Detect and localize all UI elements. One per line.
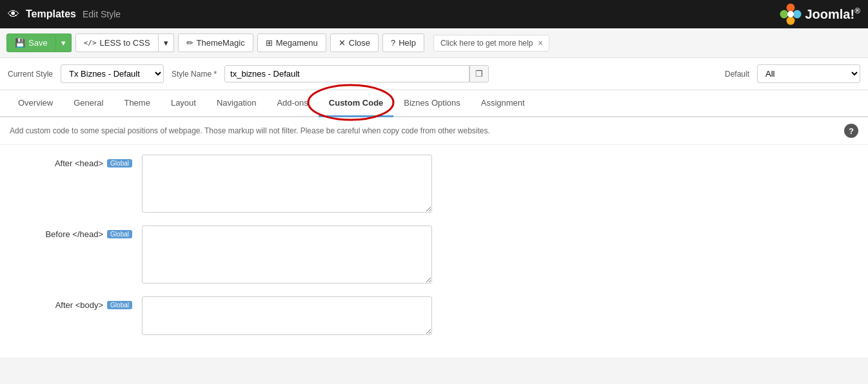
- default-label: Default: [725, 70, 749, 79]
- tab-custom-code[interactable]: Custom Code: [319, 90, 394, 117]
- save-dropdown-button[interactable]: ▾: [56, 34, 72, 52]
- style-name-label: Style Name *: [172, 70, 217, 79]
- tab-overview[interactable]: Overview: [8, 90, 63, 117]
- after-body-global-badge: Global: [107, 301, 132, 309]
- current-style-label: Current Style: [8, 70, 53, 79]
- nav-tabs: Overview General Theme Layout Navigation…: [0, 90, 868, 117]
- copy-style-button[interactable]: ❐: [469, 65, 489, 82]
- form-row-before-close-head: Before </head> Global: [13, 226, 855, 283]
- after-head-textarea[interactable]: [142, 155, 432, 213]
- copy-icon: ❐: [475, 69, 483, 79]
- before-close-head-textarea[interactable]: [142, 226, 432, 283]
- after-body-label: After <body> Global: [13, 296, 142, 310]
- current-style-select[interactable]: Tx Biznes - Default: [61, 64, 164, 83]
- tab-navigation[interactable]: Navigation: [206, 90, 266, 117]
- brush-icon: ✏: [186, 38, 193, 48]
- content-area: Add custom code to some special position…: [0, 117, 868, 358]
- info-bar: Add custom code to some special position…: [0, 117, 868, 145]
- app-title: Templates: [26, 8, 76, 20]
- megamenu-button[interactable]: ⊞ Megamenu: [257, 34, 326, 52]
- less-dropdown-icon: ▾: [164, 38, 168, 48]
- custom-code-tab-wrapper: Custom Code: [319, 90, 394, 116]
- joomla-text: Joomla!®: [805, 6, 860, 22]
- svg-point-1: [793, 10, 802, 19]
- after-head-global-badge: Global: [107, 159, 132, 168]
- tab-layout[interactable]: Layout: [161, 90, 206, 117]
- form-row-after-head: After <head> Global: [13, 155, 855, 213]
- edit-style-label: Edit Style: [83, 9, 121, 19]
- help-tooltip: Click here to get more help ×: [433, 35, 549, 52]
- style-bar: Current Style Tx Biznes - Default Style …: [0, 58, 868, 90]
- before-close-head-label: Before </head> Global: [13, 226, 142, 239]
- question-icon: ?: [391, 38, 395, 48]
- less-to-css-group: </> LESS to CSS ▾: [75, 34, 174, 52]
- help-button[interactable]: ? Help: [382, 34, 424, 52]
- eye-icon: 👁: [8, 8, 19, 21]
- less-to-css-button[interactable]: </> LESS to CSS: [75, 34, 159, 52]
- theme-magic-button[interactable]: ✏ ThemeMagic: [178, 34, 253, 52]
- help-tooltip-text: Click here to get more help: [440, 39, 533, 48]
- tab-general[interactable]: General: [63, 90, 113, 117]
- after-head-label: After <head> Global: [13, 155, 142, 168]
- svg-point-0: [787, 3, 795, 12]
- dropdown-arrow-icon: ▾: [61, 38, 66, 48]
- style-name-input[interactable]: [224, 65, 469, 82]
- svg-point-4: [787, 11, 794, 17]
- top-bar: 👁 Templates Edit Style Joomla!®: [0, 0, 868, 28]
- help-tooltip-close[interactable]: ×: [538, 39, 542, 48]
- svg-point-3: [780, 10, 789, 19]
- help-circle-icon[interactable]: ?: [844, 124, 858, 138]
- tab-theme[interactable]: Theme: [113, 90, 160, 117]
- info-text: Add custom code to some special position…: [10, 126, 490, 135]
- joomla-logo: Joomla!®: [779, 3, 860, 26]
- after-body-textarea[interactable]: [142, 296, 432, 335]
- close-button[interactable]: ✕ Close: [330, 34, 379, 52]
- save-button[interactable]: 💾 Save: [6, 34, 56, 52]
- tab-addons[interactable]: Add-ons: [266, 90, 318, 117]
- sitemap-icon: ⊞: [266, 38, 273, 48]
- toolbar: 💾 Save ▾ </> LESS to CSS ▾ ✏ ThemeMagic …: [0, 28, 868, 58]
- tab-biznes-options[interactable]: Biznes Options: [393, 90, 470, 117]
- form-section: After <head> Global Before </head> Globa…: [0, 145, 868, 358]
- save-button-group: 💾 Save ▾: [6, 34, 72, 52]
- tab-assignment[interactable]: Assignment: [471, 90, 535, 117]
- code-icon: </>: [84, 39, 97, 47]
- close-icon: ✕: [339, 38, 346, 48]
- save-icon: 💾: [15, 38, 25, 48]
- svg-point-2: [787, 17, 795, 25]
- before-close-head-global-badge: Global: [107, 230, 132, 238]
- form-row-after-body: After <body> Global: [13, 296, 855, 335]
- less-to-css-dropdown-button[interactable]: ▾: [159, 34, 174, 52]
- style-name-input-group: ❐: [224, 65, 489, 82]
- default-select[interactable]: All: [757, 64, 860, 83]
